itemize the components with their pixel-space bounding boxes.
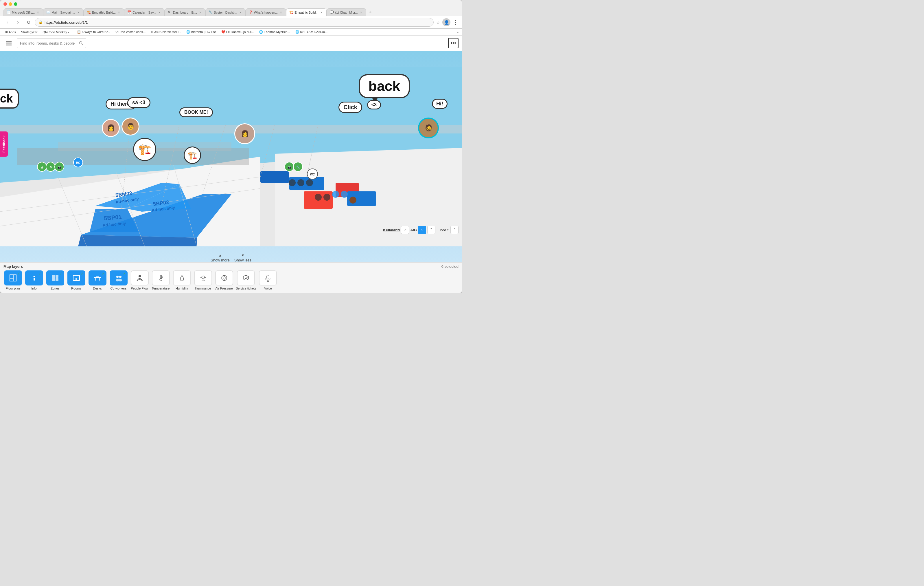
layer-desks-icon-box: ✓ bbox=[89, 270, 106, 285]
bookmark-qrcode[interactable]: QRCode Monkey -... bbox=[41, 30, 73, 35]
more-options-button[interactable]: ••• bbox=[448, 38, 459, 48]
layer-humidity[interactable]: Humidity bbox=[172, 270, 191, 290]
layer-illuminance[interactable]: Illuminance bbox=[193, 270, 212, 290]
layer-floor-plan[interactable]: ✓ Floor plan bbox=[3, 270, 22, 290]
tab-microsoft-office[interactable]: 📄 Microsoft Offic... ✕ bbox=[3, 8, 43, 16]
floor-up-button[interactable]: ˄ bbox=[450, 226, 459, 234]
show-less-button[interactable]: ▼ Show less bbox=[234, 253, 251, 262]
profile-avatar[interactable]: 👤 bbox=[442, 18, 450, 26]
forward-nav-button[interactable]: › bbox=[14, 18, 22, 26]
layer-service-tickets-label: Service tickets bbox=[236, 286, 256, 290]
tab-close-2[interactable]: ✕ bbox=[76, 10, 81, 15]
address-bar[interactable]: 🔒 https://eb.tieto.com/eb/1/1 bbox=[35, 18, 434, 26]
layer-people-flow[interactable]: People Flow bbox=[130, 270, 149, 290]
layer-temperature[interactable]: Temperature bbox=[151, 270, 170, 290]
feedback-tab[interactable]: Feedback bbox=[0, 131, 8, 157]
scene: Feedback bbox=[0, 51, 462, 262]
bookmark-vectors[interactable]: ▽ Free vector icons... bbox=[114, 30, 147, 35]
floor-name-label: Floor 5 bbox=[438, 228, 449, 232]
building-heart-icon-main[interactable]: 🏗️ bbox=[133, 138, 156, 161]
svg-text:🔧: 🔧 bbox=[296, 166, 300, 169]
floor-next-button[interactable]: › bbox=[418, 226, 426, 234]
tab-close-7[interactable]: ✕ bbox=[279, 10, 283, 15]
tab-empathic1[interactable]: 🏗️ Empathic Build... ✕ bbox=[84, 8, 124, 16]
tab-close-9[interactable]: ✕ bbox=[359, 10, 363, 15]
tab-label-3: Empathic Build... bbox=[92, 11, 116, 14]
tab-mail[interactable]: ✉️ Mail - Savolain... ✕ bbox=[43, 8, 83, 16]
layer-voice-icon-box bbox=[259, 270, 277, 285]
tab-close-6[interactable]: ✕ bbox=[238, 10, 243, 15]
bookmark-6ways[interactable]: 📋 6 Ways to Cure Br... bbox=[75, 30, 112, 35]
tab-close-5[interactable]: ✕ bbox=[198, 10, 202, 15]
bookmark-star-icon[interactable]: ☆ bbox=[436, 20, 440, 25]
svg-point-3 bbox=[79, 41, 82, 44]
bookmarks-more-icon[interactable]: » bbox=[457, 30, 459, 34]
floor-location-label[interactable]: Keilalahti bbox=[383, 228, 400, 232]
minimize-button[interactable] bbox=[9, 2, 12, 6]
tab-chat[interactable]: 💬 (1) Chat | Micr... ✕ bbox=[327, 8, 366, 16]
tab-label-4: Calendar - Sav... bbox=[132, 11, 156, 14]
tab-empathic-active[interactable]: 🏗️ Empathic Build... ✕ bbox=[286, 8, 327, 16]
tab-close-1[interactable]: ✕ bbox=[36, 10, 40, 15]
layer-air-pressure[interactable]: Air Pressure bbox=[214, 270, 233, 290]
new-tab-button[interactable]: + bbox=[366, 8, 375, 16]
layer-info-icon-box: ✓ bbox=[25, 270, 43, 285]
bookmark-hieronta[interactable]: 🌐 hieronta | HC Life bbox=[185, 30, 218, 35]
building-heart-icon-small[interactable]: 🏗️ bbox=[184, 147, 201, 164]
layer-service-tickets[interactable]: Service tickets bbox=[236, 270, 256, 290]
layer-zones-icon-box: ✓ bbox=[46, 270, 64, 285]
tab-close-4[interactable]: ✕ bbox=[157, 10, 162, 15]
tab-label-5: Dashboard - Er... bbox=[173, 11, 197, 14]
layer-zones[interactable]: ✓ Zones bbox=[46, 270, 64, 290]
search-input[interactable] bbox=[20, 41, 77, 45]
traffic-lights bbox=[3, 2, 459, 6]
svg-point-79 bbox=[119, 279, 122, 281]
svg-rect-68 bbox=[52, 278, 55, 281]
tab-calendar[interactable]: 📅 Calendar - Sav... ✕ bbox=[124, 8, 165, 16]
layer-rooms[interactable]: ✓ Rooms bbox=[67, 270, 86, 290]
bookmark-leukanivel[interactable]: ❤️ Leukanivel- ja pur... bbox=[219, 30, 256, 35]
tab-dashboard[interactable]: ✕ Dashboard - Er... ✕ bbox=[165, 8, 205, 16]
svg-rect-61 bbox=[10, 275, 16, 281]
tab-close-3[interactable]: ✕ bbox=[117, 10, 121, 15]
svg-rect-2 bbox=[6, 45, 12, 45]
viewport[interactable]: Feedback bbox=[0, 51, 462, 262]
svg-point-77 bbox=[119, 276, 122, 278]
layer-coworkers[interactable]: ✓ Co-workers bbox=[109, 270, 128, 290]
close-button[interactable] bbox=[3, 2, 7, 6]
layer-desks[interactable]: ✓ Desks bbox=[88, 270, 107, 290]
search-bar[interactable] bbox=[17, 38, 86, 48]
back-nav-button[interactable]: ‹ bbox=[3, 18, 12, 26]
bookmark-narskuttelu[interactable]: ⊕ 3496-Narskuttelu... bbox=[149, 30, 183, 35]
tab-system[interactable]: 🔧 System Dashb... ✕ bbox=[205, 8, 246, 16]
tab-whats[interactable]: ❓ What's happen... ✕ bbox=[246, 8, 286, 16]
layer-voice[interactable]: Voice bbox=[259, 270, 277, 290]
svg-rect-1 bbox=[6, 43, 12, 44]
tab-close-8[interactable]: ✕ bbox=[319, 10, 323, 15]
avatar-person2: 👨 bbox=[122, 118, 139, 136]
svg-rect-73 bbox=[95, 278, 96, 281]
floor-down-button[interactable]: ˅ bbox=[427, 226, 436, 234]
floor-prev-button[interactable]: ‹ bbox=[401, 226, 409, 234]
bookmark-ksfysmt[interactable]: 🌐 KSFYSMT-20140... bbox=[294, 30, 330, 35]
layer-illuminance-label: Illuminance bbox=[195, 286, 211, 290]
layer-people-flow-label: People Flow bbox=[131, 286, 148, 290]
layer-rooms-check: ✓ bbox=[81, 272, 83, 276]
hamburger-menu-button[interactable] bbox=[3, 38, 14, 48]
layer-info[interactable]: ✓ Info bbox=[25, 270, 43, 290]
svg-text:📷: 📷 bbox=[58, 166, 61, 169]
show-more-button[interactable]: ▲ Show more bbox=[211, 253, 230, 262]
svg-line-98 bbox=[246, 277, 248, 279]
svg-text:HC: HC bbox=[76, 161, 80, 164]
tab-favicon-2: ✉️ bbox=[46, 10, 50, 15]
layer-illuminance-icon-box bbox=[194, 270, 212, 285]
reload-nav-button[interactable]: ↻ bbox=[24, 18, 32, 26]
svg-rect-63 bbox=[10, 278, 13, 281]
bookmark-thomas[interactable]: 🌐 Thomas Myersin... bbox=[257, 30, 292, 35]
layer-coworkers-check: ✓ bbox=[123, 272, 125, 276]
browser-menu-button[interactable]: ⋮ bbox=[453, 19, 459, 26]
bookmark-apps[interactable]: ⊞ Apps bbox=[3, 30, 18, 35]
svg-point-23 bbox=[315, 194, 322, 200]
bookmark-strategyzer[interactable]: Strategyzer bbox=[20, 30, 39, 35]
maximize-button[interactable] bbox=[14, 2, 17, 6]
